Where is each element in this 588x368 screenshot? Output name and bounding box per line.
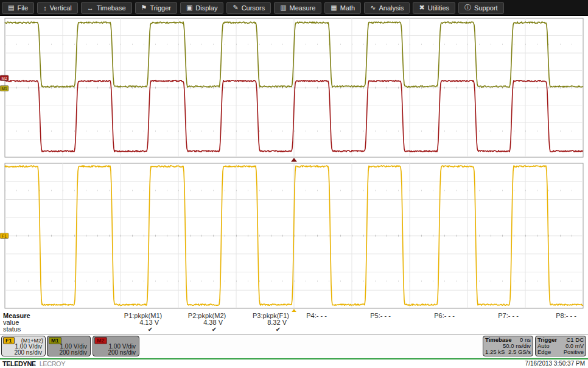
- timebase-sample-rate: 2.5 GS/s: [508, 349, 531, 355]
- utilities-icon: ✖: [419, 4, 424, 12]
- m1-time-per-div: 200 ns/div: [49, 350, 88, 356]
- svg-text:F1: F1: [2, 234, 7, 238]
- f1-source-label: (M1+M2): [21, 338, 43, 344]
- zero-marker-m2: M2: [0, 75, 9, 80]
- svg-text:M1: M1: [1, 87, 7, 91]
- menu-label-support: Support: [474, 4, 498, 12]
- cursors-icon: ✎: [233, 4, 238, 12]
- m2-channel-chip: M2: [94, 337, 107, 344]
- trigger-position-marker-top[interactable]: [291, 158, 297, 162]
- param-status: [413, 326, 476, 333]
- param-value: [349, 319, 412, 326]
- param-value: [285, 319, 348, 326]
- timebase-icon: ↔: [87, 4, 94, 12]
- trigger-icon: ⚑: [141, 4, 147, 12]
- menu-label-utilities: Utilities: [428, 4, 449, 12]
- measure-param-p6[interactable]: P6:- - -: [413, 313, 476, 333]
- m2-time-per-div: 200 ns/div: [94, 350, 137, 356]
- menu-label-analysis: Analysis: [379, 4, 404, 12]
- param-label: P7:- - -: [477, 313, 540, 319]
- brand-primary: TELEDYNE: [2, 360, 36, 367]
- measure-status-row-label: status: [3, 326, 30, 333]
- timebase-samples: 1.25 kS: [485, 349, 505, 355]
- param-status: ✔: [111, 326, 175, 333]
- support-icon: ⓘ: [464, 3, 471, 12]
- menu-button-cursors[interactable]: ✎Cursors: [226, 2, 271, 14]
- m1-channel-chip: M1: [49, 337, 61, 344]
- param-label: P8:- - -: [534, 313, 588, 319]
- descriptor-m1[interactable]: M1 1.00 V/div 200 ns/div: [47, 336, 91, 356]
- menu-label-timebase: Timebase: [97, 4, 126, 12]
- param-status: [349, 326, 412, 333]
- measure-param-p7[interactable]: P7:- - -: [477, 313, 540, 333]
- zero-marker-m1: M1: [0, 86, 9, 91]
- menu-button-measure[interactable]: ▥Measure: [274, 2, 321, 14]
- measure-param-p1[interactable]: P1:pkpk(M1)4.13 V✔: [111, 313, 175, 333]
- math-icon: ▦: [331, 4, 337, 12]
- status-bar: TELEDYNE LECROY 7/16/2013 3:50:37 PM: [0, 359, 588, 368]
- menu-button-analysis[interactable]: ∿Analysis: [364, 2, 410, 14]
- waveform-display[interactable]: M2M1F1: [0, 16, 588, 313]
- param-status: [285, 326, 348, 333]
- measure-param-p8[interactable]: P8:- - -: [534, 313, 588, 333]
- menu-label-cursors: Cursors: [242, 4, 265, 12]
- zero-marker-f1: F1: [0, 233, 9, 239]
- measure-param-p4[interactable]: P4:- - -: [285, 313, 348, 333]
- svg-text:M2: M2: [1, 76, 7, 80]
- menu-button-timebase[interactable]: ↔Timebase: [81, 2, 132, 14]
- display-icon: ▣: [186, 4, 192, 12]
- menu-label-measure: Measure: [290, 4, 316, 12]
- param-label: P4:- - -: [285, 313, 348, 319]
- menu-button-vertical[interactable]: ↕Vertical: [37, 2, 78, 14]
- measure-param-p2[interactable]: P2:pkpk(M2)4.38 V✔: [175, 313, 239, 333]
- param-value: [413, 319, 476, 326]
- teledyne-lecroy-logo: TELEDYNE LECROY: [2, 359, 65, 368]
- measure-row-labels: Measure value status: [3, 313, 30, 333]
- menu-label-math: Math: [340, 4, 355, 12]
- menu-button-display[interactable]: ▣Display: [180, 2, 223, 14]
- menu-label-vertical: Vertical: [50, 4, 72, 12]
- oscilloscope-screen: ▤File↕Vertical↔Timebase⚑Trigger▣Display✎…: [0, 0, 588, 368]
- descriptor-strip: F1 (M1+M2) 1.00 V/div 200 ns/div M1 1.00…: [0, 334, 588, 358]
- menu-button-file[interactable]: ▤File: [2, 2, 34, 14]
- file-icon: ▤: [8, 4, 14, 12]
- param-status: ✔: [175, 326, 239, 333]
- f1-channel-chip: F1: [3, 337, 15, 344]
- timebase-box[interactable]: Timebase 0 ns 50.0 ns/div 1.25 kS 2.5 GS…: [483, 336, 533, 356]
- menu-button-support[interactable]: ⓘSupport: [458, 2, 504, 14]
- brand-secondary: LECROY: [40, 360, 65, 367]
- trigger-box[interactable]: Trigger C1 DC Auto 0.0 mV Edge Positive: [535, 336, 586, 356]
- f1-time-per-div: 200 ns/div: [3, 350, 43, 356]
- menu-label-display: Display: [195, 4, 217, 12]
- menu-button-math[interactable]: ▦Math: [324, 2, 361, 14]
- param-value: 4.38 V: [175, 319, 239, 326]
- trigger-coupling: Edge: [537, 349, 551, 355]
- menu-label-trigger: Trigger: [150, 4, 170, 12]
- descriptor-m2[interactable]: M2 1.00 V/div 200 ns/div: [93, 336, 139, 356]
- menu-button-trigger[interactable]: ⚑Trigger: [135, 2, 177, 14]
- param-value: [534, 319, 588, 326]
- menu-bar: ▤File↕Vertical↔Timebase⚑Trigger▣Display✎…: [0, 0, 588, 16]
- measure-icon: ▥: [280, 4, 286, 12]
- measure-param-p5[interactable]: P5:- - -: [349, 313, 412, 333]
- vertical-icon: ↕: [43, 4, 47, 12]
- analysis-icon: ∿: [370, 4, 376, 12]
- datetime-label: 7/16/2013 3:50:37 PM: [525, 359, 585, 368]
- param-status: [477, 326, 540, 333]
- measure-panel: Measure value status P1:pkpk(M1)4.13 V✔P…: [0, 312, 588, 334]
- menu-label-file: File: [17, 4, 28, 12]
- menu-button-utilities[interactable]: ✖Utilities: [413, 2, 455, 14]
- param-label: P6:- - -: [413, 313, 476, 319]
- param-value: [477, 319, 540, 326]
- param-status: [534, 326, 588, 333]
- descriptor-f1[interactable]: F1 (M1+M2) 1.00 V/div 200 ns/div: [1, 336, 46, 356]
- param-label: P5:- - -: [349, 313, 412, 319]
- param-value: 4.13 V: [111, 319, 175, 326]
- trigger-slope: Positive: [564, 349, 584, 355]
